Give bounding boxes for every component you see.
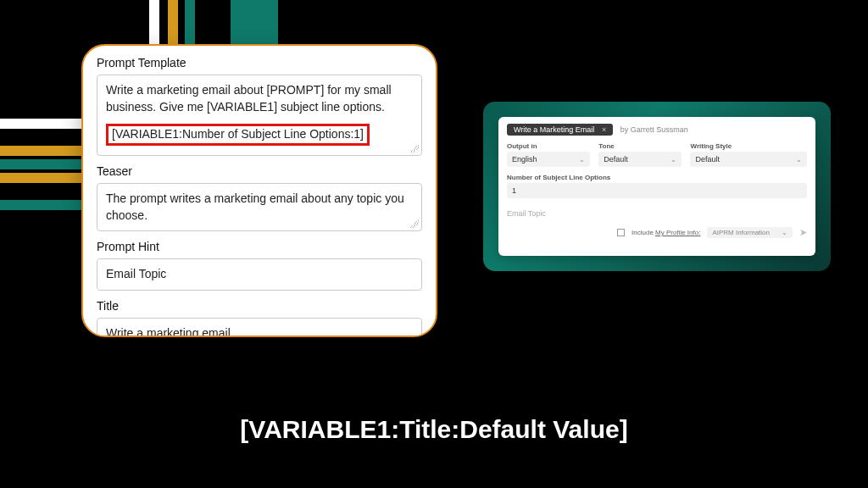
output-in-select[interactable]: English ⌄ [507,152,590,167]
tone-select[interactable]: Default ⌄ [598,152,682,167]
teaser-text: The prompt writes a marketing email abou… [106,191,404,222]
chevron-down-icon: ⌄ [579,156,585,164]
variable-definition-highlight: [VARIABLE1:Number of Subject Line Option… [106,124,370,146]
deco-bar [0,119,81,129]
prompt-editor-panel: Prompt Template Write a marketing email … [81,44,437,337]
deco-stripe [149,0,159,47]
include-profile-checkbox[interactable] [617,229,625,236]
output-in-label: Output in [507,142,590,150]
deco-stripe [168,0,178,47]
variable-input[interactable]: 1 [507,183,807,198]
chevron-down-icon: ⌄ [782,229,787,236]
profile-info-select[interactable]: AIPRM Information ⌄ [707,227,793,238]
chevron-down-icon: ⌄ [670,156,676,164]
teaser-label: Teaser [97,164,422,178]
output-in-value: English [512,155,537,164]
tone-label: Tone [598,142,682,150]
resize-handle-icon[interactable] [410,144,419,152]
chevron-down-icon: ⌄ [796,156,802,164]
prompt-hint-label: Prompt Hint [97,240,422,253]
deco-stripe [202,0,212,47]
deco-bar [0,146,81,156]
teaser-textarea[interactable]: The prompt writes a marketing email abou… [97,183,422,231]
email-topic-input[interactable]: Email Topic [507,207,807,220]
include-label: Include My Profile Info: [632,229,700,236]
deco-stripe [185,0,195,47]
author-byline: by Garrett Sussman [620,125,688,134]
variable-label: Number of Subject Line Options [507,174,807,181]
profile-info-link[interactable]: My Profile Info: [655,229,700,236]
writing-style-value: Default [695,155,720,164]
prompt-chip-label: Write a Marketing Email [514,125,594,134]
deco-bar [0,173,81,183]
deco-stripe [231,0,278,47]
profile-info-value: AIPRM Information [712,229,770,236]
tone-value: Default [604,155,628,164]
deco-bar [0,200,81,210]
send-icon[interactable]: ➤ [799,227,807,238]
email-topic-placeholder: Email Topic [507,209,546,218]
prompt-chip[interactable]: Write a Marketing Email × [507,124,613,136]
title-text: Write a marketing email [106,326,231,337]
title-input[interactable]: Write a marketing email [97,318,422,337]
prompt-template-label: Prompt Template [97,56,422,69]
prompt-hint-text: Email Topic [106,267,166,280]
deco-bar [0,186,81,197]
prompt-runner-card: Write a Marketing Email × by Garrett Sus… [498,117,815,256]
writing-style-label: Writing Style [690,142,807,150]
deco-bar [0,132,81,142]
prompt-template-textarea[interactable]: Write a marketing email about [PROMPT] f… [97,75,422,156]
prompt-runner-frame: Write a Marketing Email × by Garrett Sus… [483,102,831,271]
prompt-template-text: Write a marketing email about [PROMPT] f… [106,83,392,114]
prompt-hint-input[interactable]: Email Topic [97,258,422,291]
deco-bar [0,159,81,169]
writing-style-select[interactable]: Default ⌄ [690,152,807,167]
prompt-footer: Include My Profile Info: AIPRM Informati… [507,227,807,238]
variable-value: 1 [512,186,516,195]
close-icon[interactable]: × [602,125,606,134]
resize-handle-icon[interactable] [410,219,419,228]
title-label: Title [97,299,422,313]
syntax-caption: [VARIABLE1:Title:Default Value] [0,415,868,444]
